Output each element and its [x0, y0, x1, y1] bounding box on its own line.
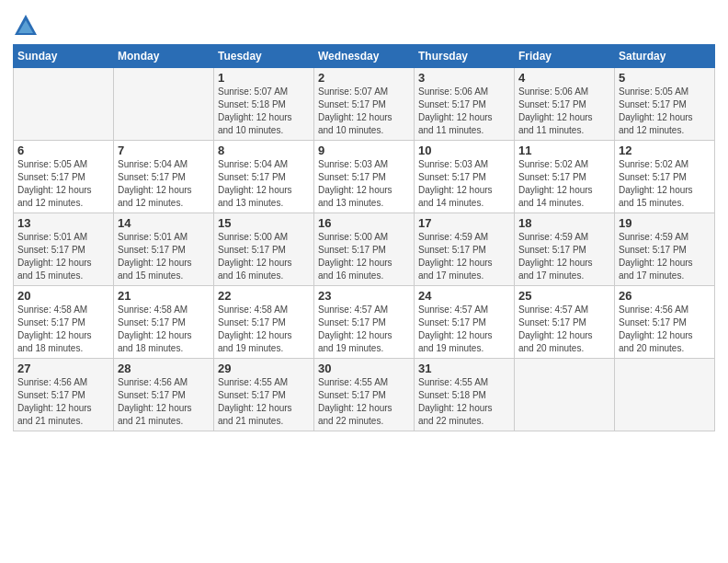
day-number: 31	[418, 362, 510, 375]
calendar-cell: 11Sunrise: 5:02 AM Sunset: 5:17 PM Dayli…	[515, 141, 615, 213]
calendar-cell: 8Sunrise: 5:04 AM Sunset: 5:17 PM Daylig…	[214, 141, 314, 213]
day-info: Sunrise: 5:03 AM Sunset: 5:17 PM Dayligh…	[318, 158, 410, 210]
header-row: SundayMondayTuesdayWednesdayThursdayFrid…	[14, 45, 715, 68]
day-number: 29	[218, 362, 310, 375]
header-day-tuesday: Tuesday	[214, 45, 314, 68]
page-container: SundayMondayTuesdayWednesdayThursdayFrid…	[0, 0, 728, 439]
day-info: Sunrise: 5:02 AM Sunset: 5:17 PM Dayligh…	[619, 158, 711, 210]
day-number: 24	[418, 289, 510, 303]
calendar-cell	[114, 68, 214, 141]
calendar-cell: 29Sunrise: 4:55 AM Sunset: 5:17 PM Dayli…	[214, 359, 314, 431]
day-info: Sunrise: 4:59 AM Sunset: 5:17 PM Dayligh…	[518, 231, 610, 282]
day-number: 5	[619, 71, 711, 85]
day-info: Sunrise: 5:00 AM Sunset: 5:17 PM Dayligh…	[318, 231, 410, 282]
day-number: 22	[218, 289, 310, 303]
day-info: Sunrise: 5:00 AM Sunset: 5:17 PM Dayligh…	[218, 231, 310, 282]
calendar-cell: 15Sunrise: 5:00 AM Sunset: 5:17 PM Dayli…	[214, 213, 314, 286]
day-info: Sunrise: 5:04 AM Sunset: 5:17 PM Dayligh…	[118, 158, 210, 210]
day-number: 12	[619, 144, 711, 157]
day-info: Sunrise: 4:55 AM Sunset: 5:17 PM Dayligh…	[318, 376, 410, 428]
calendar-cell: 12Sunrise: 5:02 AM Sunset: 5:17 PM Dayli…	[615, 141, 715, 213]
day-number: 13	[17, 216, 109, 230]
day-info: Sunrise: 4:56 AM Sunset: 5:17 PM Dayligh…	[118, 376, 210, 428]
day-info: Sunrise: 5:01 AM Sunset: 5:17 PM Dayligh…	[118, 231, 210, 282]
calendar-cell: 23Sunrise: 4:57 AM Sunset: 5:17 PM Dayli…	[314, 286, 415, 359]
day-info: Sunrise: 5:06 AM Sunset: 5:17 PM Dayligh…	[418, 86, 510, 137]
header-day-thursday: Thursday	[415, 45, 515, 68]
calendar-cell: 19Sunrise: 4:59 AM Sunset: 5:17 PM Dayli…	[615, 213, 715, 286]
calendar-cell: 22Sunrise: 4:58 AM Sunset: 5:17 PM Dayli…	[214, 286, 314, 359]
day-number: 9	[318, 144, 410, 157]
day-info: Sunrise: 4:57 AM Sunset: 5:17 PM Dayligh…	[518, 304, 610, 355]
calendar-cell: 3Sunrise: 5:06 AM Sunset: 5:17 PM Daylig…	[415, 68, 515, 141]
day-number: 11	[518, 144, 610, 157]
day-info: Sunrise: 5:02 AM Sunset: 5:17 PM Dayligh…	[518, 158, 610, 210]
calendar-cell: 16Sunrise: 5:00 AM Sunset: 5:17 PM Dayli…	[314, 213, 415, 286]
calendar-cell: 9Sunrise: 5:03 AM Sunset: 5:17 PM Daylig…	[314, 141, 415, 213]
day-number: 25	[518, 289, 610, 303]
calendar-cell: 5Sunrise: 5:05 AM Sunset: 5:17 PM Daylig…	[615, 68, 715, 141]
calendar-header: SundayMondayTuesdayWednesdayThursdayFrid…	[14, 45, 715, 68]
day-number: 1	[218, 71, 310, 85]
day-info: Sunrise: 5:04 AM Sunset: 5:17 PM Dayligh…	[218, 158, 310, 210]
day-info: Sunrise: 4:59 AM Sunset: 5:17 PM Dayligh…	[619, 231, 711, 282]
day-number: 28	[118, 362, 210, 375]
day-info: Sunrise: 5:06 AM Sunset: 5:17 PM Dayligh…	[518, 86, 610, 137]
calendar-cell: 18Sunrise: 4:59 AM Sunset: 5:17 PM Dayli…	[515, 213, 615, 286]
day-number: 14	[118, 216, 210, 230]
calendar-cell	[14, 68, 114, 141]
day-number: 7	[118, 144, 210, 157]
calendar-cell: 21Sunrise: 4:58 AM Sunset: 5:17 PM Dayli…	[114, 286, 214, 359]
day-info: Sunrise: 4:56 AM Sunset: 5:17 PM Dayligh…	[619, 304, 711, 355]
day-number: 27	[17, 362, 109, 375]
day-number: 30	[318, 362, 410, 375]
calendar-week-2: 6Sunrise: 5:05 AM Sunset: 5:17 PM Daylig…	[14, 141, 715, 213]
calendar-cell: 26Sunrise: 4:56 AM Sunset: 5:17 PM Dayli…	[615, 286, 715, 359]
day-info: Sunrise: 4:55 AM Sunset: 5:18 PM Dayligh…	[418, 376, 510, 428]
calendar-cell: 7Sunrise: 5:04 AM Sunset: 5:17 PM Daylig…	[114, 141, 214, 213]
header-day-friday: Friday	[515, 45, 615, 68]
calendar-cell: 25Sunrise: 4:57 AM Sunset: 5:17 PM Dayli…	[515, 286, 615, 359]
day-info: Sunrise: 5:07 AM Sunset: 5:18 PM Dayligh…	[218, 86, 310, 137]
calendar-cell: 31Sunrise: 4:55 AM Sunset: 5:18 PM Dayli…	[415, 359, 515, 431]
day-info: Sunrise: 5:07 AM Sunset: 5:17 PM Dayligh…	[318, 86, 410, 137]
header	[13, 9, 715, 39]
day-number: 4	[518, 71, 610, 85]
day-info: Sunrise: 4:57 AM Sunset: 5:17 PM Dayligh…	[418, 304, 510, 355]
calendar-week-1: 1Sunrise: 5:07 AM Sunset: 5:18 PM Daylig…	[14, 68, 715, 141]
day-info: Sunrise: 4:58 AM Sunset: 5:17 PM Dayligh…	[218, 304, 310, 355]
day-info: Sunrise: 4:58 AM Sunset: 5:17 PM Dayligh…	[118, 304, 210, 355]
day-number: 3	[418, 71, 510, 85]
day-number: 21	[118, 289, 210, 303]
header-day-sunday: Sunday	[14, 45, 114, 68]
logo-icon	[13, 13, 39, 39]
calendar-cell: 28Sunrise: 4:56 AM Sunset: 5:17 PM Dayli…	[114, 359, 214, 431]
calendar-cell: 20Sunrise: 4:58 AM Sunset: 5:17 PM Dayli…	[14, 286, 114, 359]
day-number: 15	[218, 216, 310, 230]
day-number: 6	[17, 144, 109, 157]
calendar-week-4: 20Sunrise: 4:58 AM Sunset: 5:17 PM Dayli…	[14, 286, 715, 359]
day-number: 20	[17, 289, 109, 303]
day-number: 16	[318, 216, 410, 230]
calendar-week-3: 13Sunrise: 5:01 AM Sunset: 5:17 PM Dayli…	[14, 213, 715, 286]
calendar-cell: 4Sunrise: 5:06 AM Sunset: 5:17 PM Daylig…	[515, 68, 615, 141]
day-number: 10	[418, 144, 510, 157]
header-day-saturday: Saturday	[615, 45, 715, 68]
day-number: 23	[318, 289, 410, 303]
calendar-cell: 13Sunrise: 5:01 AM Sunset: 5:17 PM Dayli…	[14, 213, 114, 286]
calendar-cell: 6Sunrise: 5:05 AM Sunset: 5:17 PM Daylig…	[14, 141, 114, 213]
day-info: Sunrise: 4:57 AM Sunset: 5:17 PM Dayligh…	[318, 304, 410, 355]
calendar-cell: 27Sunrise: 4:56 AM Sunset: 5:17 PM Dayli…	[14, 359, 114, 431]
calendar-cell: 2Sunrise: 5:07 AM Sunset: 5:17 PM Daylig…	[314, 68, 415, 141]
day-info: Sunrise: 5:05 AM Sunset: 5:17 PM Dayligh…	[17, 158, 109, 210]
day-number: 19	[619, 216, 711, 230]
calendar-cell	[515, 359, 615, 431]
calendar-cell: 30Sunrise: 4:55 AM Sunset: 5:17 PM Dayli…	[314, 359, 415, 431]
calendar-table: SundayMondayTuesdayWednesdayThursdayFrid…	[13, 44, 715, 431]
calendar-cell: 17Sunrise: 4:59 AM Sunset: 5:17 PM Dayli…	[415, 213, 515, 286]
day-info: Sunrise: 4:58 AM Sunset: 5:17 PM Dayligh…	[17, 304, 109, 355]
day-info: Sunrise: 5:05 AM Sunset: 5:17 PM Dayligh…	[619, 86, 711, 137]
calendar-cell: 10Sunrise: 5:03 AM Sunset: 5:17 PM Dayli…	[415, 141, 515, 213]
calendar-week-5: 27Sunrise: 4:56 AM Sunset: 5:17 PM Dayli…	[14, 359, 715, 431]
day-info: Sunrise: 5:03 AM Sunset: 5:17 PM Dayligh…	[418, 158, 510, 210]
